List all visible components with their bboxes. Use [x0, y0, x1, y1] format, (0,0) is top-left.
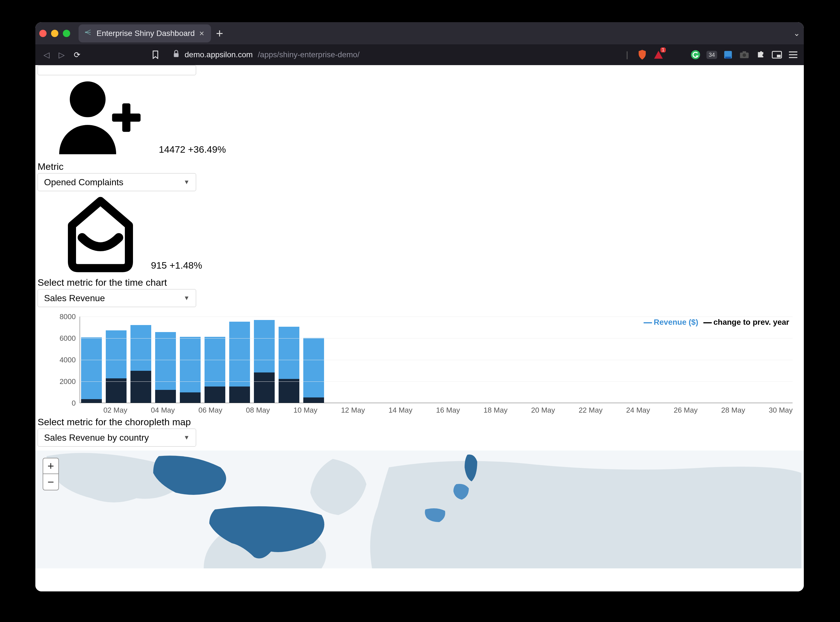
- user-plus-icon: [49, 77, 151, 159]
- metric-card-new-users: 14472 +36.49% Metric Opened Complaints ▼: [35, 75, 804, 191]
- url-path: /apps/shiny-enterprise-demo/: [258, 50, 360, 59]
- x-tick: 10 May: [294, 406, 317, 415]
- metric-value-row: 14472 +36.49%: [159, 144, 226, 159]
- puzzle-icon[interactable]: [755, 49, 767, 61]
- x-tick: 08 May: [246, 406, 270, 415]
- y-tick: 8000: [59, 313, 76, 321]
- x-tick: 04 May: [151, 406, 175, 415]
- bookmark-icon[interactable]: [149, 48, 162, 61]
- x-tick: 22 May: [578, 406, 603, 415]
- window-controls: [39, 30, 70, 37]
- y-axis: 02000400060008000: [48, 317, 79, 403]
- metric-delta: +1.48%: [169, 260, 202, 271]
- tabs-dropdown-icon[interactable]: ⌄: [793, 29, 800, 38]
- y-tick: 0: [72, 399, 76, 407]
- brave-shield-icon[interactable]: [636, 49, 648, 61]
- extension-icons: 1 34: [636, 49, 799, 61]
- x-axis: 02 May04 May06 May08 May10 May12 May14 M…: [80, 405, 793, 414]
- caret-down-icon: ▼: [184, 294, 190, 302]
- extension-icon-1[interactable]: [722, 49, 734, 61]
- reload-button[interactable]: ⟳: [70, 48, 84, 61]
- x-tick: 18 May: [484, 406, 508, 415]
- browser-tab[interactable]: Enterprise Shiny Dashboard ×: [79, 24, 211, 43]
- ext-count-badge[interactable]: 34: [706, 49, 718, 61]
- metric-label: Metric: [35, 159, 804, 173]
- envelope-open-icon: [49, 193, 143, 275]
- x-tick: 06 May: [198, 406, 222, 415]
- metric-value: 915: [151, 260, 167, 271]
- pip-icon[interactable]: [771, 49, 783, 61]
- choropleth-map[interactable]: + −: [35, 451, 804, 569]
- svg-rect-1: [174, 53, 179, 57]
- close-window-button[interactable]: [39, 30, 47, 37]
- caret-down-icon: ▼: [184, 434, 190, 441]
- camera-icon[interactable]: [738, 49, 750, 61]
- menu-icon[interactable]: [787, 49, 799, 61]
- gridline: [80, 317, 793, 317]
- close-tab-icon[interactable]: ×: [199, 29, 204, 38]
- select-value: Opened Complaints: [44, 177, 123, 188]
- timechart-label: Select metric for the time chart: [35, 275, 804, 289]
- svg-point-10: [70, 81, 106, 117]
- x-tick: 26 May: [674, 406, 697, 415]
- favicon-icon: [84, 28, 92, 38]
- gridline: [80, 338, 793, 338]
- choropleth-label: Select metric for the choropleth map: [35, 415, 804, 428]
- choropleth-select[interactable]: Sales Revenue by country ▼: [38, 428, 196, 447]
- browser-toolbar: ◁ ▷ ⟳ demo.appsilon.com/apps/shiny-enter…: [35, 44, 804, 65]
- map-zoom-controls: + −: [43, 458, 59, 490]
- x-tick: 30 May: [769, 406, 793, 415]
- back-button[interactable]: ◁: [40, 48, 53, 61]
- caret-down-icon: ▼: [184, 178, 190, 186]
- x-tick: 20 May: [531, 406, 555, 415]
- y-tick: 2000: [59, 377, 76, 386]
- x-tick: 02 May: [103, 406, 127, 415]
- gridline: [80, 381, 793, 382]
- y-tick: 6000: [59, 334, 76, 343]
- address-bar[interactable]: demo.appsilon.com/apps/shiny-enterprise-…: [168, 47, 618, 63]
- warning-badge: 1: [660, 47, 666, 52]
- zoom-out-button[interactable]: −: [43, 474, 58, 490]
- metric-value: 14472: [159, 144, 186, 155]
- maximize-window-button[interactable]: [63, 30, 70, 37]
- x-tick: 16 May: [436, 406, 460, 415]
- select-stub-top[interactable]: [38, 65, 196, 75]
- tab-title: Enterprise Shiny Dashboard: [96, 29, 195, 38]
- x-tick: 28 May: [721, 406, 745, 415]
- plot-area[interactable]: [80, 317, 793, 403]
- metric-value-row: 915 +1.48%: [151, 260, 202, 275]
- metric-card-complaints: 915 +1.48% Select metric for the time ch…: [35, 191, 804, 307]
- x-tick: 24 May: [626, 406, 650, 415]
- x-tick: 14 May: [389, 406, 412, 415]
- grammarly-icon[interactable]: [689, 49, 702, 61]
- time-chart: Revenue ($) change to prev. year 0200040…: [48, 317, 804, 415]
- timechart-select[interactable]: Sales Revenue ▼: [38, 289, 196, 307]
- new-tab-button[interactable]: +: [216, 26, 223, 40]
- browser-window: Enterprise Shiny Dashboard × + ⌄ ◁ ▷ ⟳ d…: [35, 22, 804, 592]
- warning-icon[interactable]: 1: [652, 49, 665, 61]
- metric-select[interactable]: Opened Complaints ▼: [38, 173, 196, 191]
- url-host: demo.appsilon.com: [185, 50, 253, 59]
- svg-point-2: [691, 50, 700, 59]
- x-tick: 12 May: [341, 406, 365, 415]
- metric-delta: +36.49%: [188, 144, 226, 155]
- lock-icon: [173, 50, 180, 60]
- select-value: Sales Revenue: [44, 293, 105, 303]
- select-value: Sales Revenue by country: [44, 433, 149, 443]
- separator: |: [626, 50, 628, 59]
- y-tick: 4000: [59, 356, 76, 364]
- svg-rect-4: [725, 57, 731, 59]
- minimize-window-button[interactable]: [51, 30, 58, 37]
- tab-bar: Enterprise Shiny Dashboard × + ⌄: [35, 22, 804, 44]
- svg-rect-7: [743, 51, 746, 53]
- forward-button[interactable]: ▷: [55, 48, 68, 61]
- zoom-in-button[interactable]: +: [43, 458, 58, 474]
- page-content: 14472 +36.49% Metric Opened Complaints ▼: [35, 65, 804, 592]
- svg-rect-9: [777, 55, 781, 57]
- svg-point-6: [743, 53, 746, 57]
- svg-rect-12: [112, 114, 141, 122]
